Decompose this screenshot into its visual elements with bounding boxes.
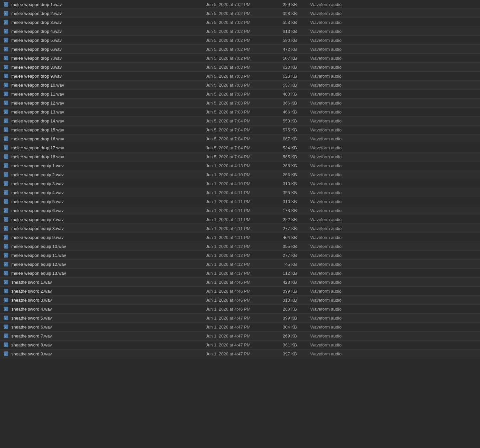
svg-text:♪: ♪: [4, 155, 6, 159]
file-kind: Waveform audio: [304, 101, 477, 106]
list-item[interactable]: ♪ melee weapon equip 11.wav Jun 1, 2020 …: [0, 251, 480, 260]
file-kind: Waveform audio: [304, 136, 477, 141]
audio-file-icon: ♪: [3, 324, 9, 330]
audio-file-icon: ♪: [3, 341, 9, 348]
file-name: melee weapon drop 5.wav: [11, 38, 171, 43]
svg-text:♪: ♪: [4, 93, 6, 96]
list-item[interactable]: ♪ sheathe sword 6.wav Jun 1, 2020 at 4:4…: [0, 323, 480, 332]
list-item[interactable]: ♪ melee weapon drop 18.wav Jun 5, 2020 a…: [0, 152, 480, 161]
list-item[interactable]: ♪ melee weapon equip 8.wav Jun 1, 2020 a…: [0, 224, 480, 233]
list-item[interactable]: ♪ melee weapon drop 13.wav Jun 5, 2020 a…: [0, 108, 480, 116]
list-item[interactable]: ♪ melee weapon equip 10.wav Jun 1, 2020 …: [0, 242, 480, 251]
list-item[interactable]: ♪ melee weapon equip 13.wav Jun 1, 2020 …: [0, 269, 480, 278]
file-size: 310 KB: [264, 181, 304, 186]
list-item[interactable]: ♪ melee weapon drop 12.wav Jun 5, 2020 a…: [0, 99, 480, 108]
list-item[interactable]: ♪ melee weapon equip 1.wav Jun 1, 2020 a…: [0, 161, 480, 170]
file-name: sheathe sword 5.wav: [11, 316, 171, 321]
list-item[interactable]: ♪ melee weapon drop 6.wav Jun 5, 2020 at…: [0, 45, 480, 54]
file-date: Jun 1, 2020 at 4:46 PM: [171, 298, 264, 303]
file-size: 428 KB: [264, 280, 304, 285]
file-size: 45 KB: [264, 262, 304, 267]
list-item[interactable]: ♪ melee weapon drop 8.wav Jun 5, 2020 at…: [0, 63, 480, 72]
file-name: melee weapon equip 3.wav: [11, 181, 171, 186]
audio-file-icon: ♪: [3, 261, 9, 267]
list-item[interactable]: ♪ melee weapon drop 1.wav Jun 5, 2020 at…: [0, 0, 480, 9]
list-item[interactable]: ♪ melee weapon drop 5.wav Jun 5, 2020 at…: [0, 36, 480, 45]
list-item[interactable]: ♪ melee weapon drop 16.wav Jun 5, 2020 a…: [0, 134, 480, 143]
file-date: Jun 1, 2020 at 4:47 PM: [171, 334, 264, 338]
audio-file-icon: ♪: [3, 28, 9, 35]
audio-file-icon: ♪: [3, 19, 9, 26]
list-item[interactable]: ♪ sheathe sword 7.wav Jun 1, 2020 at 4:4…: [0, 332, 480, 340]
file-size: 575 KB: [264, 127, 304, 132]
list-item[interactable]: ♪ sheathe sword 5.wav Jun 1, 2020 at 4:4…: [0, 314, 480, 323]
list-item[interactable]: ♪ sheathe sword 4.wav Jun 1, 2020 at 4:4…: [0, 305, 480, 314]
file-size: 534 KB: [264, 145, 304, 150]
file-date: Jun 1, 2020 at 4:12 PM: [171, 253, 264, 258]
list-item[interactable]: ♪ melee weapon drop 14.wav Jun 5, 2020 a…: [0, 116, 480, 125]
file-date: Jun 5, 2020 at 7:02 PM: [171, 56, 264, 61]
list-item[interactable]: ♪ melee weapon drop 4.wav Jun 5, 2020 at…: [0, 27, 480, 36]
svg-text:♪: ♪: [4, 119, 6, 123]
audio-file-icon: ♪: [3, 73, 9, 79]
list-item[interactable]: ♪ sheathe sword 1.wav Jun 1, 2020 at 4:4…: [0, 278, 480, 287]
file-name: sheathe sword 9.wav: [11, 351, 171, 356]
audio-file-icon: ♪: [3, 55, 9, 61]
file-name: melee weapon drop 9.wav: [11, 74, 171, 79]
list-item[interactable]: ♪ melee weapon drop 11.wav Jun 5, 2020 a…: [0, 90, 480, 99]
file-kind: Waveform audio: [304, 280, 477, 285]
file-date: Jun 1, 2020 at 4:11 PM: [171, 217, 264, 222]
audio-file-icon: ♪: [3, 270, 9, 276]
file-kind: Waveform audio: [304, 38, 477, 43]
file-kind: Waveform audio: [304, 217, 477, 222]
svg-text:♪: ♪: [4, 102, 6, 105]
file-kind: Waveform audio: [304, 316, 477, 321]
file-kind: Waveform audio: [304, 127, 477, 132]
svg-text:♪: ♪: [4, 21, 6, 24]
list-item[interactable]: ♪ melee weapon drop 15.wav Jun 5, 2020 a…: [0, 125, 480, 134]
list-item[interactable]: ♪ melee weapon drop 9.wav Jun 5, 2020 at…: [0, 72, 480, 81]
list-item[interactable]: ♪ melee weapon equip 7.wav Jun 1, 2020 a…: [0, 215, 480, 224]
svg-text:♪: ♪: [4, 236, 6, 239]
file-date: Jun 1, 2020 at 4:12 PM: [171, 244, 264, 249]
file-date: Jun 1, 2020 at 4:11 PM: [171, 226, 264, 231]
file-size: 277 KB: [264, 253, 304, 258]
list-item[interactable]: ♪ melee weapon equip 9.wav Jun 1, 2020 a…: [0, 233, 480, 242]
list-item[interactable]: ♪ melee weapon equip 12.wav Jun 1, 2020 …: [0, 260, 480, 269]
list-item[interactable]: ♪ melee weapon drop 2.wav Jun 5, 2020 at…: [0, 9, 480, 18]
audio-file-icon: ♪: [3, 91, 9, 97]
list-item[interactable]: ♪ melee weapon drop 3.wav Jun 5, 2020 at…: [0, 18, 480, 27]
list-item[interactable]: ♪ melee weapon drop 7.wav Jun 5, 2020 at…: [0, 54, 480, 63]
list-item[interactable]: ♪ sheathe sword 9.wav Jun 1, 2020 at 4:4…: [0, 349, 480, 358]
file-name: melee weapon equip 11.wav: [11, 253, 171, 258]
file-kind: Waveform audio: [304, 47, 477, 52]
audio-file-icon: ♪: [3, 82, 9, 88]
list-item[interactable]: ♪ sheathe sword 8.wav Jun 1, 2020 at 4:4…: [0, 340, 480, 349]
list-item[interactable]: ♪ sheathe sword 3.wav Jun 1, 2020 at 4:4…: [0, 296, 480, 305]
file-kind: Waveform audio: [304, 298, 477, 303]
file-date: Jun 1, 2020 at 4:46 PM: [171, 307, 264, 312]
file-kind: Waveform audio: [304, 342, 477, 347]
svg-text:♪: ♪: [4, 200, 6, 203]
file-kind: Waveform audio: [304, 29, 477, 34]
file-size: 304 KB: [264, 325, 304, 330]
file-name: melee weapon drop 4.wav: [11, 29, 171, 34]
file-name: melee weapon equip 13.wav: [11, 271, 171, 276]
audio-file-icon: ♪: [3, 100, 9, 106]
audio-file-icon: ♪: [3, 144, 9, 151]
list-item[interactable]: ♪ sheathe sword 2.wav Jun 1, 2020 at 4:4…: [0, 287, 480, 296]
list-item[interactable]: ♪ melee weapon equip 5.wav Jun 1, 2020 a…: [0, 197, 480, 206]
svg-text:♪: ♪: [4, 48, 6, 51]
file-date: Jun 5, 2020 at 7:03 PM: [171, 74, 264, 79]
list-item[interactable]: ♪ melee weapon drop 17.wav Jun 5, 2020 a…: [0, 143, 480, 152]
list-item[interactable]: ♪ melee weapon equip 4.wav Jun 1, 2020 a…: [0, 188, 480, 197]
file-name: sheathe sword 7.wav: [11, 334, 171, 338]
list-item[interactable]: ♪ melee weapon equip 2.wav Jun 1, 2020 a…: [0, 170, 480, 179]
audio-file-icon: ♪: [3, 225, 9, 232]
file-size: 464 KB: [264, 235, 304, 240]
list-item[interactable]: ♪ melee weapon equip 6.wav Jun 1, 2020 a…: [0, 206, 480, 215]
list-item[interactable]: ♪ melee weapon drop 10.wav Jun 5, 2020 a…: [0, 81, 480, 90]
audio-file-icon: ♪: [3, 234, 9, 241]
list-item[interactable]: ♪ melee weapon equip 3.wav Jun 1, 2020 a…: [0, 179, 480, 188]
file-name: melee weapon drop 6.wav: [11, 47, 171, 52]
